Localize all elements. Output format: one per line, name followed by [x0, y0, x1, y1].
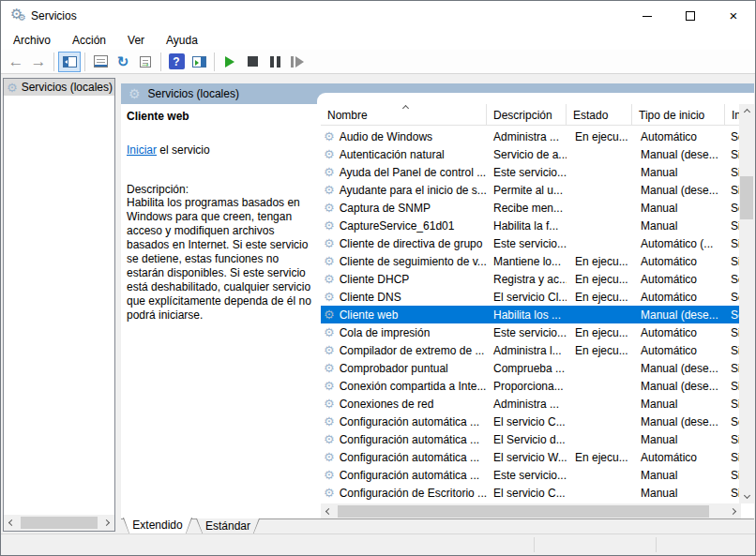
service-description-cell: El servicio W...: [487, 451, 567, 464]
gears-icon: ⚙: [324, 273, 335, 285]
refresh-button[interactable]: ↻: [112, 52, 134, 72]
column-header-descripcion[interactable]: Descripción: [487, 104, 567, 125]
menu-ver[interactable]: Ver: [118, 32, 154, 49]
stop-service-icon: [248, 56, 258, 67]
service-status-cell: En ejecu...: [567, 326, 632, 339]
scroll-left-button[interactable]: [4, 515, 20, 531]
table-row[interactable]: ⚙Configuración automática ... El servici…: [321, 413, 741, 430]
properties-button[interactable]: [89, 52, 112, 72]
table-row[interactable]: ⚙Cola de impresión Este servicio... En e…: [321, 323, 741, 341]
gears-icon: ⚙: [324, 433, 335, 445]
table-row[interactable]: ⚙Autenticación natural Servicio de a... …: [321, 145, 741, 163]
start-service-icon: [225, 56, 234, 68]
service-name: Cliente de directiva de grupo: [340, 237, 483, 250]
service-startup-cell: Automático: [632, 451, 725, 464]
list-vertical-scrollbar[interactable]: [739, 104, 754, 503]
table-row[interactable]: ⚙Captura de SNMP Recibe men... Manual Se: [321, 199, 741, 217]
stop-service-button[interactable]: [241, 52, 264, 72]
column-header-nombre[interactable]: Nombre: [321, 104, 487, 125]
gears-icon: ⚙: [324, 291, 335, 303]
scrollbar-thumb[interactable]: [740, 176, 753, 219]
minimize-button[interactable]: [626, 1, 669, 31]
list-horizontal-scrollbar[interactable]: [321, 503, 741, 518]
service-startup-cell: Manual: [632, 487, 725, 500]
maximize-button[interactable]: [669, 1, 712, 31]
scroll-right-button[interactable]: [98, 515, 114, 531]
help-button[interactable]: ?: [165, 52, 188, 72]
status-bar: [1, 533, 755, 555]
scroll-up-button[interactable]: [739, 104, 755, 120]
scrollbar-thumb[interactable]: [338, 505, 709, 518]
scroll-right-button[interactable]: [725, 503, 741, 519]
service-description-cell: El servicio Cl...: [487, 291, 567, 304]
tab-estandar[interactable]: Estándar: [196, 518, 260, 534]
status-divider: [656, 537, 657, 552]
column-header-tipo-de-inicio[interactable]: Tipo de inicio: [632, 104, 725, 125]
gears-icon: ⚙: [324, 184, 335, 196]
gears-icon: ⚙: [324, 202, 335, 214]
scrollbar-thumb[interactable]: [21, 517, 98, 529]
chevron-left-icon: [325, 507, 332, 514]
service-status-cell: En ejecu...: [567, 344, 632, 357]
service-name: Configuración de Escritorio ...: [340, 487, 487, 500]
back-button[interactable]: ←: [5, 52, 27, 72]
properties-icon: [94, 55, 108, 68]
table-row[interactable]: ⚙Ayuda del Panel de control ... Este ser…: [321, 163, 741, 181]
service-startup-cell: Automático: [632, 273, 725, 286]
selected-service-name: Cliente web: [127, 110, 311, 123]
start-service-link[interactable]: Iniciar: [127, 143, 157, 157]
table-row[interactable]: ⚙Configuración automática ... El Servici…: [321, 430, 741, 448]
services-list: ⚙Audio de Windows Administra ... En ejec…: [321, 128, 741, 502]
sidebar-item-servicios-locales[interactable]: ⚙ Servicios (locales): [4, 79, 114, 96]
table-row[interactable]: ⚙CaptureService_61d01 Habilita la f... M…: [321, 217, 741, 234]
service-description-cell: Este servicio...: [487, 326, 567, 339]
table-row[interactable]: ⚙Ayudante para el inicio de s... Permite…: [321, 181, 741, 199]
close-button[interactable]: ×: [712, 1, 755, 31]
service-startup-cell: Automático: [632, 255, 725, 268]
start-service-button[interactable]: [219, 52, 241, 72]
table-row[interactable]: ⚙Comprobador puntual Comprueba ... Manua…: [321, 359, 741, 377]
table-row[interactable]: ⚙Cliente web Habilita los ... Manual (de…: [321, 306, 741, 323]
refresh-icon: ↻: [117, 54, 129, 68]
show-action-pane-button[interactable]: [188, 52, 210, 72]
gears-icon: ⚙: [324, 148, 335, 160]
table-row[interactable]: ⚙Audio de Windows Administra ... En ejec…: [321, 128, 741, 145]
service-description-cell: Administra l...: [487, 344, 567, 357]
service-name: Cliente DHCP: [340, 273, 410, 286]
view-tabs: Extendido Estándar: [123, 518, 260, 534]
menu-ayuda[interactable]: Ayuda: [157, 32, 207, 49]
table-row[interactable]: ⚙Configuración de Escritorio ... El serv…: [321, 484, 741, 502]
menu-accion[interactable]: Acción: [63, 32, 115, 49]
action-pane-icon: [192, 56, 206, 68]
sidebar-horizontal-scrollbar[interactable]: [4, 515, 114, 531]
service-startup-cell: Manual (dese...: [632, 362, 725, 375]
restart-service-button[interactable]: [286, 52, 309, 72]
service-description-cell: El servicio C...: [487, 487, 567, 500]
table-row[interactable]: ⚙Cliente de directiva de grupo Este serv…: [321, 234, 741, 252]
scroll-left-button[interactable]: [321, 503, 337, 519]
table-row[interactable]: ⚙Cliente DNS El servicio Cl... En ejecu.…: [321, 288, 741, 306]
restart-service-icon: [291, 56, 304, 68]
table-row[interactable]: ⚙Cliente de seguimiento de v... Mantiene…: [321, 252, 741, 270]
table-row[interactable]: ⚙Cliente DHCP Registra y ac... En ejecu.…: [321, 270, 741, 288]
scroll-down-button[interactable]: [739, 488, 755, 503]
service-name: Cliente de seguimiento de v...: [340, 255, 487, 268]
column-header-estado[interactable]: Estado: [567, 104, 632, 125]
export-list-button[interactable]: →: [134, 52, 157, 72]
service-description-cell: Recibe men...: [487, 202, 567, 215]
service-name: Cola de impresión: [340, 326, 431, 339]
menu-archivo[interactable]: Archivo: [4, 32, 60, 49]
service-startup-cell: Manual (dese...: [632, 415, 725, 428]
table-row[interactable]: ⚙Configuración automática ... El servici…: [321, 448, 741, 466]
pause-service-button[interactable]: [264, 52, 286, 72]
table-row[interactable]: ⚙Conexión compartida a Inte... Proporcio…: [321, 377, 741, 395]
service-startup-cell: Manual: [632, 166, 725, 179]
table-row[interactable]: ⚙Conexiones de red Administra ... Manual…: [321, 395, 741, 413]
service-description: Habilita los programas basados en Window…: [127, 196, 311, 323]
pause-service-icon: [270, 56, 280, 68]
table-row[interactable]: ⚙Compilador de extremo de ... Administra…: [321, 341, 741, 359]
table-row[interactable]: ⚙Configuración automática ... Este servi…: [321, 466, 741, 484]
show-console-tree-button[interactable]: [58, 52, 81, 72]
forward-button[interactable]: →: [27, 52, 50, 72]
tab-extendido[interactable]: Extendido: [123, 518, 192, 534]
